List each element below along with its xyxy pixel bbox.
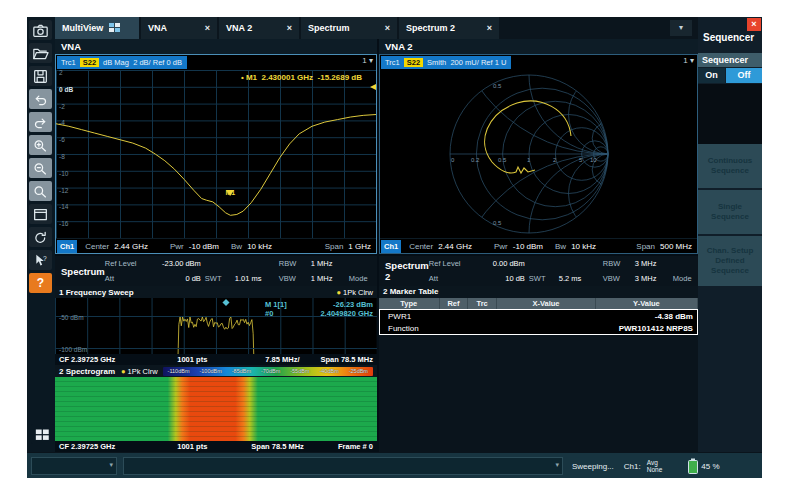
- open-folder-icon[interactable]: [29, 43, 52, 63]
- vna-window: Trc1 S22 dB Mag 2 dB/ Ref 0 dB 1 ▾ 20 dB…: [55, 54, 377, 254]
- frequency-sweep-title-bar: 1 Frequency Sweep ●1Pk Clrw: [55, 286, 377, 298]
- sweeping-label: Sweeping...: [572, 462, 614, 471]
- sweep-marker-readout: M 1[1]-26.23 dBm #02.4049820 GHz: [265, 300, 373, 318]
- refresh-icon[interactable]: [29, 227, 52, 247]
- chevron-down-icon: ▾: [555, 461, 559, 469]
- tab-close-icon[interactable]: ×: [273, 23, 292, 33]
- channel-label: Ch1:: [624, 462, 641, 471]
- trace-ref: Ref 1 U: [481, 58, 506, 67]
- trace-legend: ●1Pk Clrw: [121, 367, 158, 376]
- windows-start-icon[interactable]: [31, 424, 54, 444]
- svg-text:0.5: 0.5: [493, 83, 502, 89]
- close-icon[interactable]: ×: [747, 18, 761, 31]
- m1-marker: M1: [226, 189, 236, 214]
- window-layout-icon[interactable]: [29, 204, 52, 224]
- vna2-trace-header[interactable]: Trc1 S22 Smith 200 mU/ Ref 1 U 1 ▾: [380, 55, 697, 70]
- tab-spectrum[interactable]: Spectrum×: [301, 17, 397, 39]
- tab-vna[interactable]: VNA×: [141, 17, 217, 39]
- window-number-dropdown[interactable]: 1 ▾: [683, 56, 694, 65]
- status-bar: ▾ ▾ Sweeping... Ch1: Avg None 45 %: [27, 452, 762, 478]
- spectrogram-title-bar: 2 Spectrogram ●1Pk Clrw -110dBm-100dBm-8…: [55, 365, 377, 377]
- help-pointer-icon[interactable]: ?: [29, 250, 52, 270]
- undo-icon[interactable]: [29, 89, 52, 109]
- trace-format: dB Mag: [103, 58, 129, 67]
- magnifier-icon[interactable]: [29, 181, 52, 201]
- tab-overflow-button[interactable]: ▾: [670, 20, 692, 36]
- save-icon[interactable]: [29, 66, 52, 86]
- sequencer-panel: × Sequencer Sequencer On Off Continuous …: [698, 17, 762, 452]
- tab-vna-label: VNA: [148, 23, 167, 33]
- tab-vna2[interactable]: VNA 2×: [219, 17, 299, 39]
- spectrogram-footer-bar[interactable]: CF 2.39725 GHz 1001 pts Span 78.5 MHz Fr…: [55, 441, 377, 452]
- channel-badge: Ch1: [381, 240, 401, 253]
- trace-scale: 200 mU/: [450, 58, 478, 67]
- multiview-grid-icon: [109, 23, 120, 34]
- y-axis-label: -100 dBm: [59, 346, 87, 353]
- spectrogram: [55, 377, 377, 441]
- vna2-window: Trc1 S22 Smith 200 mU/ Ref 1 U 1 ▾: [379, 54, 698, 254]
- status-dropdown-left[interactable]: ▾: [31, 457, 117, 475]
- battery-icon: [688, 458, 698, 474]
- vna2-trace-pill: Trc1 S22 Smith 200 mU/ Ref 1 U: [381, 56, 511, 69]
- spectrum-header[interactable]: Spectrum Ref Level-23.00 dBm RBW1 MHz At…: [55, 256, 377, 286]
- zoom-out-icon[interactable]: [29, 158, 52, 178]
- trace-name: Trc1: [61, 58, 76, 67]
- scale-label: -85dBm: [232, 368, 251, 374]
- left-toolbar: ? ?: [27, 17, 55, 452]
- table-row[interactable]: PWR1 -4.38 dBm: [380, 310, 697, 322]
- trace-color-dot: ●: [121, 367, 126, 376]
- zoom-area-icon[interactable]: [29, 135, 52, 155]
- trace-format: Smith: [427, 58, 446, 67]
- tab-multiview[interactable]: MultiView: [55, 17, 139, 39]
- marker-table-header: Type Ref Trc X-Value Y-Value: [379, 298, 698, 309]
- tab-close-icon[interactable]: ×: [473, 23, 492, 33]
- left-column: VNA Trc1 S22 dB Mag 2 dB/ Ref 0 dB 1 ▾ 2…: [55, 39, 377, 452]
- help-icon[interactable]: ?: [29, 273, 52, 293]
- tab-spectrum-label: Spectrum: [308, 23, 350, 33]
- tab-close-icon[interactable]: ×: [191, 23, 210, 33]
- sweep-footer-bar[interactable]: CF 2.39725 GHz 1001 pts 7.85 MHz/ Span 7…: [55, 354, 377, 365]
- sequencer-softkeys: Continuous Sequence Single Sequence Chan…: [698, 144, 762, 288]
- scale-label: -40dBm: [319, 368, 338, 374]
- spectrum2-header[interactable]: Spectrum 2 Ref Level0.00 dBm RBW3 MHz At…: [379, 256, 698, 286]
- screenshot-camera-icon[interactable]: [29, 20, 52, 40]
- marker-table-title: 2 Marker Table: [379, 286, 698, 298]
- svg-text:0.2: 0.2: [471, 157, 480, 163]
- chevron-down-icon: ▾: [109, 461, 113, 469]
- scale-label: -110dBm: [168, 368, 190, 374]
- scale-label: -25dBm: [349, 368, 368, 374]
- sequencer-panel-title: Sequencer: [703, 32, 754, 43]
- redo-icon[interactable]: [29, 112, 52, 132]
- chan-setup-defined-sequence-button[interactable]: Chan. Setup Defined Sequence: [698, 236, 762, 286]
- frequency-sweep-graph: -50 dBm -100 dBm M 1[1]-26.23 dBm #02.40…: [55, 298, 377, 354]
- tab-close-icon[interactable]: ×: [371, 23, 390, 33]
- tab-bar: MultiView VNA× VNA 2× Spectrum× Spectrum…: [55, 17, 698, 39]
- sweep-status: Sweeping... Ch1: Avg None 45 %: [572, 453, 720, 479]
- status-dropdown-message[interactable]: ▾: [123, 457, 563, 475]
- trace-name: Trc1: [385, 58, 400, 67]
- single-sequence-button[interactable]: Single Sequence: [698, 190, 762, 234]
- tab-spectrum2[interactable]: Spectrum 2×: [399, 17, 499, 39]
- tab-vna2-label: VNA 2: [226, 23, 252, 33]
- scale-label: -100dBm: [199, 368, 221, 374]
- continuous-sequence-button[interactable]: Continuous Sequence: [698, 144, 762, 188]
- vna-panel-title: VNA: [55, 39, 377, 54]
- chevron-down-icon: ▾: [690, 56, 694, 65]
- spectrum-title: Spectrum: [55, 256, 105, 286]
- svg-text:10: 10: [590, 157, 597, 163]
- battery-percent: 45 %: [701, 462, 719, 471]
- vna-trace-header[interactable]: Trc1 S22 dB Mag 2 dB/ Ref 0 dB 1 ▾: [56, 55, 376, 70]
- svg-text:0: 0: [451, 157, 455, 163]
- sequencer-on-button[interactable]: On: [698, 68, 725, 83]
- tab-multiview-label: MultiView: [62, 23, 103, 33]
- chevron-down-icon: ▾: [679, 23, 683, 32]
- main-area: MultiView VNA× VNA 2× Spectrum× Spectrum…: [55, 17, 698, 452]
- ref-level-arrow-icon: [370, 84, 376, 90]
- window-number-dropdown[interactable]: 1 ▾: [362, 56, 373, 65]
- vna-channel-bar[interactable]: Ch1 Center2.44 GHz Pwr-10 dBm Bw10 kHz S…: [56, 238, 376, 253]
- y-axis-label: -50 dBm: [59, 314, 84, 321]
- vna2-channel-bar[interactable]: Ch1 Center2.44 GHz Pwr-10 dBm Bw10 kHz S…: [380, 238, 697, 253]
- right-column: VNA 2 Trc1 S22 Smith 200 mU/ Ref 1 U 1 ▾: [379, 39, 698, 452]
- sequencer-off-button[interactable]: Off: [726, 68, 762, 83]
- table-row[interactable]: Function PWR101412 NRP8S: [380, 322, 697, 334]
